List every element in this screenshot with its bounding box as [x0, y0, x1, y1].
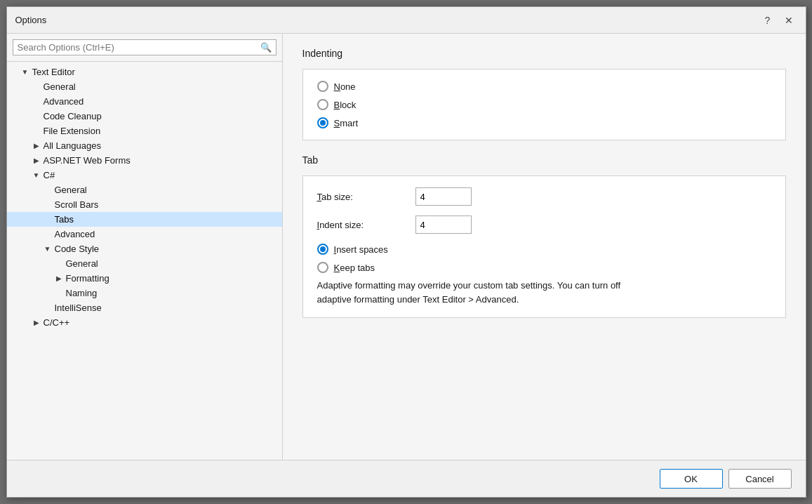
dialog-title: Options: [15, 15, 47, 25]
adaptive-note: Adaptive formatting may override your cu…: [317, 279, 766, 306]
sidebar-label-asp-net: ASP.NET Web Forms: [44, 155, 131, 166]
sidebar-label-text-editor: Text Editor: [32, 67, 75, 77]
sidebar-label-general-cs: General: [55, 185, 87, 195]
sidebar-item-formatting[interactable]: ▶Formatting: [7, 271, 282, 286]
sidebar-label-code-cleanup: Code Cleanup: [44, 111, 102, 121]
radio-label-keep-tabs: Keep tabs: [334, 263, 375, 273]
dialog-body: 🔍 ▼Text EditorGeneralAdvancedCode Cleanu…: [7, 34, 806, 460]
tab-size-row: Tab size:: [317, 187, 771, 206]
indent-size-label: Indent size:: [317, 220, 415, 230]
sidebar-label-cpp: C/C++: [44, 317, 70, 328]
radio-keep-tabs[interactable]: Keep tabs: [317, 262, 771, 273]
sidebar-item-code-style[interactable]: ▼Code Style: [7, 241, 282, 256]
main-content: Indenting None Block: [283, 34, 806, 460]
radio-outer-keep-tabs: [317, 262, 328, 273]
tab-title: Tab: [302, 154, 786, 166]
sidebar-item-general-cst[interactable]: General: [7, 256, 282, 271]
tab-section: Tab size: Indent size: Insert spaces: [302, 175, 786, 318]
search-input[interactable]: [18, 42, 260, 53]
radio-smart[interactable]: Smart: [317, 117, 771, 128]
tree: ▼Text EditorGeneralAdvancedCode CleanupF…: [7, 62, 282, 460]
ok-button[interactable]: OK: [660, 469, 723, 489]
radio-label-none: None: [334, 81, 356, 92]
options-dialog: Options ? ✕ 🔍 ▼Text EditorGeneralAdvance…: [6, 6, 806, 498]
radio-label-insert-spaces: Insert spaces: [334, 244, 388, 255]
sidebar-label-advanced-te: Advanced: [44, 96, 84, 107]
radio-inner-insert-spaces: [320, 246, 326, 252]
radio-none[interactable]: None: [317, 81, 771, 92]
radio-outer-block: [317, 99, 328, 110]
sidebar-label-advanced-cs: Advanced: [55, 229, 95, 239]
sidebar-item-advanced-te[interactable]: Advanced: [7, 94, 282, 109]
sidebar-item-advanced-cs[interactable]: Advanced: [7, 227, 282, 241]
indent-size-input[interactable]: [415, 215, 472, 234]
sidebar-label-code-style: Code Style: [55, 244, 100, 254]
dialog-footer: OK Cancel: [7, 460, 806, 497]
close-button[interactable]: ✕: [780, 12, 797, 29]
sidebar-label-formatting: Formatting: [66, 273, 109, 284]
sidebar-item-csharp[interactable]: ▼C#: [7, 168, 282, 183]
indenting-radio-group: None Block Smart: [317, 81, 771, 128]
expand-icon-text-editor: ▼: [21, 68, 29, 76]
radio-block[interactable]: Block: [317, 99, 771, 110]
radio-insert-spaces[interactable]: Insert spaces: [317, 244, 771, 255]
sidebar-label-scroll-bars: Scroll Bars: [55, 199, 99, 210]
search-box: 🔍: [7, 34, 282, 62]
help-button[interactable]: ?: [759, 12, 776, 29]
sidebar-item-file-extension[interactable]: File Extension: [7, 124, 282, 138]
sidebar-label-intellisense: IntelliSense: [55, 303, 102, 313]
sidebar-item-general-te[interactable]: General: [7, 79, 282, 94]
sidebar-label-general-te: General: [44, 81, 76, 92]
indenting-title: Indenting: [302, 48, 786, 59]
sidebar-item-cpp[interactable]: ▶C/C++: [7, 315, 282, 330]
radio-label-block: Block: [334, 100, 357, 110]
expand-icon-all-languages: ▶: [32, 142, 41, 150]
radio-outer-none: [317, 81, 328, 92]
sidebar-item-general-cs[interactable]: General: [7, 183, 282, 197]
radio-outer-smart: [317, 117, 328, 128]
radio-outer-insert-spaces: [317, 244, 328, 255]
expand-icon-csharp: ▼: [32, 171, 41, 179]
indent-size-row: Indent size:: [317, 215, 771, 234]
sidebar: 🔍 ▼Text EditorGeneralAdvancedCode Cleanu…: [7, 34, 283, 460]
sidebar-item-tabs[interactable]: Tabs: [7, 212, 282, 227]
sidebar-label-all-languages: All Languages: [44, 140, 101, 151]
sidebar-item-code-cleanup[interactable]: Code Cleanup: [7, 109, 282, 124]
sidebar-label-general-cst: General: [66, 258, 98, 269]
sidebar-item-naming[interactable]: Naming: [7, 286, 282, 300]
tab-size-label: Tab size:: [317, 192, 415, 202]
radio-inner-smart: [320, 120, 326, 126]
tab-size-input[interactable]: [415, 187, 472, 206]
expand-icon-cpp: ▶: [32, 319, 41, 326]
cancel-button[interactable]: Cancel: [728, 469, 792, 489]
sidebar-item-intellisense[interactable]: IntelliSense: [7, 300, 282, 315]
sidebar-item-scroll-bars[interactable]: Scroll Bars: [7, 197, 282, 212]
sidebar-label-csharp: C#: [44, 170, 55, 180]
sidebar-item-text-editor[interactable]: ▼Text Editor: [7, 65, 282, 79]
sidebar-label-file-extension: File Extension: [44, 126, 101, 136]
search-icon: 🔍: [260, 42, 272, 53]
search-input-wrap[interactable]: 🔍: [13, 39, 277, 55]
title-bar: Options ? ✕: [7, 7, 806, 34]
indenting-section: None Block Smart: [302, 69, 786, 140]
sidebar-item-all-languages[interactable]: ▶All Languages: [7, 138, 282, 153]
expand-icon-formatting: ▶: [55, 274, 63, 282]
radio-label-smart: Smart: [334, 118, 359, 128]
expand-icon-asp-net: ▶: [32, 157, 41, 164]
expand-icon-code-style: ▼: [44, 245, 52, 253]
sidebar-item-asp-net[interactable]: ▶ASP.NET Web Forms: [7, 153, 282, 168]
sidebar-label-naming: Naming: [66, 288, 98, 298]
sidebar-label-tabs: Tabs: [55, 214, 74, 225]
